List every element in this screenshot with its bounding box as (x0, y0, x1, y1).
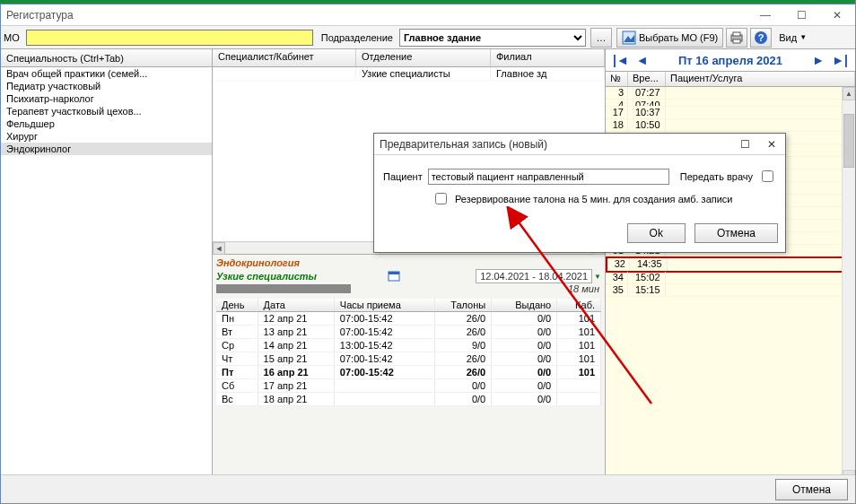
maximize-button[interactable]: ☐ (783, 4, 819, 26)
dialog-ok-button[interactable]: Ok (627, 223, 686, 243)
scroll-left-icon[interactable]: ◄ (213, 242, 225, 255)
specialty-item[interactable]: Эндокринолог (1, 143, 212, 155)
help-button[interactable]: ? (750, 28, 772, 48)
body: Специальность (Ctrl+Tab) Врач общей прак… (1, 49, 855, 503)
week-row[interactable]: Сб17 апр 210/00/0 (216, 379, 601, 393)
print-button[interactable] (726, 28, 747, 48)
dialog-titlebar: Предварительная запись (новый) ☐ ✕ (374, 134, 785, 155)
col-department[interactable]: Отделение (356, 49, 491, 66)
col-branch[interactable]: Филиал (491, 49, 605, 66)
week-row[interactable]: Чт15 апр 2107:00-15:4226/00/0101 (216, 352, 601, 366)
week-col[interactable]: Дата (258, 299, 334, 312)
svg-rect-4 (733, 39, 740, 43)
dialog-title: Предварительная запись (новый) (380, 138, 547, 151)
specialty-item[interactable]: Хирург (1, 130, 212, 143)
pass-label: Передать врачу (680, 171, 753, 182)
subdiv-label: Подразделение (321, 32, 393, 43)
slot-row[interactable]: 1810:50 (606, 119, 855, 132)
col-patient[interactable]: Пациент/Услуга (666, 72, 855, 86)
printer-icon (729, 30, 744, 45)
week-row[interactable]: Ср14 апр 2113:00-15:429/00/0101 (216, 339, 601, 352)
specialty-item[interactable]: Врач общей практики (семей... (1, 67, 212, 80)
date-range[interactable]: 12.04.2021 - 18.04.2021 (476, 269, 592, 283)
week-col[interactable]: День (216, 299, 258, 312)
main-window: Регистратура — ☐ ✕ МО Подразделение Глав… (0, 4, 856, 504)
reserve-label: Резервирование талона на 5 мин. для созд… (455, 194, 733, 204)
specialist-row[interactable]: Узкие специалисты Главное зд (213, 67, 605, 81)
minutes-text: 18 мин (568, 283, 599, 294)
sub-department: Узкие специалисты (216, 271, 317, 282)
col-time[interactable]: Вре... (628, 72, 666, 86)
mo-label: МО (4, 32, 20, 43)
minutes-bar: 18 мин (216, 284, 601, 297)
mo-input[interactable] (26, 30, 313, 46)
view-button[interactable]: Вид ▼ (774, 28, 811, 48)
v-scrollbar[interactable]: ▲ ▼ (842, 87, 855, 483)
specialty-item[interactable]: Педиатр участковый (1, 80, 212, 92)
close-button[interactable]: ✕ (819, 4, 855, 26)
picture-icon (622, 30, 636, 45)
minimize-button[interactable]: — (747, 4, 783, 26)
dialog-cancel-button[interactable]: Отмена (694, 223, 778, 243)
col-specialist[interactable]: Специалист/Кабинет (213, 49, 356, 66)
scroll-up-icon[interactable]: ▲ (843, 87, 855, 100)
subdiv-select[interactable]: Главное здание (399, 29, 586, 47)
middle-panel: Специалист/Кабинет Отделение Филиал Узки… (213, 49, 606, 503)
patient-input[interactable] (428, 169, 669, 185)
specialty-item[interactable]: Психиатр-нарколог (1, 92, 212, 105)
week-header: ДеньДатаЧасы приемаТалоныВыданоКаб. (216, 299, 601, 312)
help-icon: ? (754, 30, 768, 45)
select-mo-button[interactable]: Выбрать МО (F9) (616, 28, 723, 48)
week-row[interactable]: Вт13 апр 2107:00-15:4226/00/0101 (216, 326, 601, 339)
nav-first[interactable]: |◄ (609, 53, 633, 67)
patient-label: Пациент (383, 171, 423, 182)
slot-row[interactable]: 407:40 (606, 100, 855, 107)
slot-header: № Вре... Пациент/Услуга (606, 71, 855, 87)
week-row[interactable]: Пт16 апр 2107:00-15:4226/00/0101 (216, 366, 601, 379)
specialty-item[interactable]: Фельдшер (1, 117, 212, 130)
time-slot-panel: |◄ ◄ Пт 16 апреля 2021 ► ►| № Вре... Пац… (606, 49, 855, 503)
pass-checkbox[interactable] (762, 170, 773, 182)
slot-row[interactable]: 1710:37 (606, 107, 855, 119)
slot-row[interactable]: 3515:15 (606, 284, 855, 297)
svg-rect-8 (389, 272, 399, 274)
appointment-dialog: Предварительная запись (новый) ☐ ✕ Пацие… (373, 133, 786, 253)
week-panel: Эндокринология Узкие специалисты 12.04.2… (213, 254, 605, 503)
toolbar: МО Подразделение Главное здание … Выбрат… (1, 26, 855, 49)
svg-text:?: ? (758, 32, 764, 43)
calendar-icon[interactable] (388, 270, 402, 282)
reserve-checkbox[interactable] (435, 193, 447, 204)
week-col[interactable]: Талоны (434, 299, 491, 312)
subdiv-lookup-button[interactable]: … (590, 28, 612, 48)
bottom-bar: Отмена (1, 474, 855, 503)
chevron-down-icon[interactable]: ▼ (594, 273, 601, 281)
nav-last[interactable]: ►| (828, 53, 852, 67)
specialty-item[interactable]: Терапевт участковый цехов... (1, 105, 212, 117)
slot-row[interactable]: 3415:02 (606, 272, 855, 284)
dialog-maximize-button[interactable]: ☐ (731, 136, 758, 152)
week-col[interactable]: Часы приема (334, 299, 434, 312)
svg-rect-3 (733, 32, 740, 36)
week-col[interactable]: Каб. (557, 299, 601, 312)
scroll-thumb[interactable] (843, 114, 854, 168)
specialist-grid-header: Специалист/Кабинет Отделение Филиал (213, 49, 605, 67)
window-title: Регистратура (6, 9, 74, 22)
chevron-down-icon: ▼ (799, 33, 807, 41)
nav-prev[interactable]: ◄ (633, 53, 652, 67)
ellipsis-icon: … (596, 32, 606, 43)
cancel-button[interactable]: Отмена (775, 479, 848, 500)
slot-row[interactable]: 3214:35 (606, 256, 855, 273)
department-name: Эндокринология (216, 257, 601, 268)
slot-row[interactable]: 307:27 (606, 87, 855, 100)
specialty-list[interactable]: Врач общей практики (семей...Педиатр уча… (1, 67, 212, 503)
nav-next[interactable]: ► (808, 53, 828, 67)
week-row[interactable]: Вс18 апр 210/00/0 (216, 393, 601, 406)
dialog-close-button[interactable]: ✕ (758, 136, 785, 152)
week-table: ДеньДатаЧасы приемаТалоныВыданоКаб. Пн12… (216, 299, 601, 406)
week-col[interactable]: Выдано (492, 299, 557, 312)
specialty-panel: Специальность (Ctrl+Tab) Врач общей прак… (1, 49, 213, 503)
col-number[interactable]: № (606, 72, 628, 86)
specialty-header[interactable]: Специальность (Ctrl+Tab) (1, 49, 212, 67)
week-row[interactable]: Пн12 апр 2107:00-15:4226/00/0101 (216, 312, 601, 326)
current-date: Пт 16 апреля 2021 (652, 54, 809, 67)
